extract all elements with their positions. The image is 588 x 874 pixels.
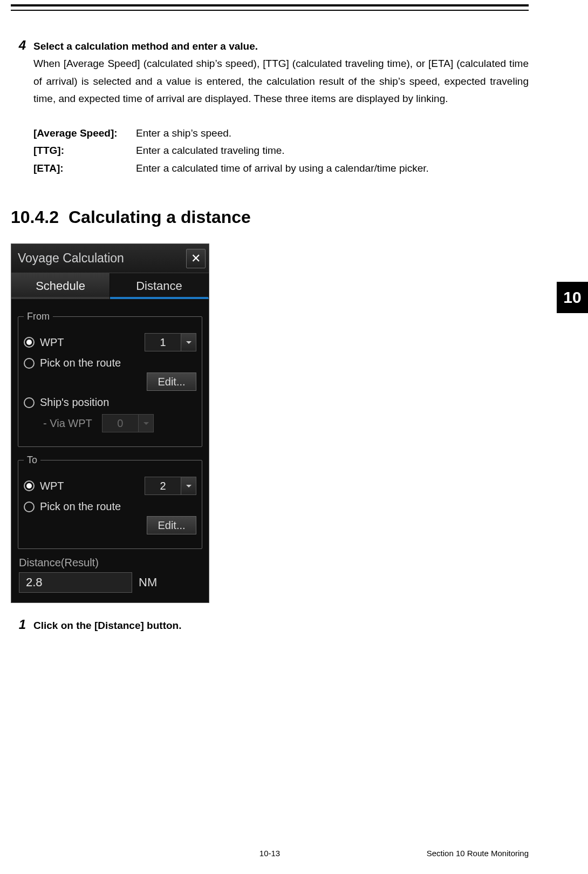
def-key-eta: [ETA]: bbox=[33, 160, 132, 177]
def-row-average-speed: [Average Speed]: Enter a ship’s speed. bbox=[33, 125, 529, 142]
from-via-value: 0 bbox=[102, 414, 139, 432]
top-divider bbox=[11, 4, 529, 11]
page-root: 4 Select a calculation method and enter … bbox=[0, 0, 588, 874]
radio-from-pick[interactable] bbox=[24, 358, 35, 369]
radio-to-wpt[interactable] bbox=[24, 480, 35, 491]
from-wpt-row: WPT 1 bbox=[24, 333, 196, 351]
def-val-eta: Enter a calculated time of arrival by us… bbox=[136, 160, 429, 177]
def-val-ttg: Enter a calculated traveling time. bbox=[136, 142, 285, 159]
dialog-tabs: Schedule Distance bbox=[11, 273, 209, 299]
from-edit-row: Edit... bbox=[24, 372, 196, 391]
chevron-down-icon[interactable] bbox=[181, 333, 196, 351]
group-from: From WPT 1 Pick on the route bbox=[18, 311, 202, 447]
radio-to-pick[interactable] bbox=[24, 502, 35, 512]
close-icon: ✕ bbox=[191, 253, 201, 265]
close-button[interactable]: ✕ bbox=[186, 249, 206, 268]
result-unit: NM bbox=[139, 575, 157, 590]
tab-schedule[interactable]: Schedule bbox=[11, 273, 110, 299]
from-via-row: - Via WPT 0 bbox=[24, 414, 196, 432]
step-4-body: Select a calculation method and enter a … bbox=[33, 38, 529, 107]
from-pick-row: Pick on the route bbox=[24, 357, 196, 369]
section-title: Calculating a distance bbox=[69, 207, 251, 227]
chapter-side-tab: 10 bbox=[557, 282, 588, 313]
to-edit-button[interactable]: Edit... bbox=[147, 516, 196, 534]
result-label: Distance(Result) bbox=[19, 557, 201, 569]
step-1: 1 Click on the [Distance] button. bbox=[11, 617, 529, 634]
from-via-spin: 0 bbox=[102, 414, 154, 432]
to-wpt-row: WPT 2 bbox=[24, 477, 196, 495]
step-1-number: 1 bbox=[11, 617, 26, 634]
radio-from-wpt[interactable] bbox=[24, 337, 35, 348]
step-1-body: Click on the [Distance] button. bbox=[33, 617, 529, 634]
voyage-calculation-dialog: Voyage Calculation ✕ Schedule Distance F… bbox=[11, 243, 209, 603]
result-row: Distance(Result) 2.8 NM bbox=[18, 557, 202, 593]
definition-list: [Average Speed]: Enter a ship’s speed. [… bbox=[33, 125, 529, 177]
section-number: 10.4.2 bbox=[11, 207, 59, 227]
def-row-eta: [ETA]: Enter a calculated time of arriva… bbox=[33, 160, 529, 177]
step-4-number: 4 bbox=[11, 38, 26, 107]
from-via-label: - Via WPT bbox=[43, 417, 92, 430]
from-edit-button[interactable]: Edit... bbox=[147, 372, 196, 391]
from-ship-label: Ship's position bbox=[40, 396, 109, 409]
chevron-down-icon[interactable] bbox=[181, 477, 196, 495]
def-key-average-speed: [Average Speed]: bbox=[33, 125, 132, 142]
group-from-legend: From bbox=[24, 311, 53, 322]
to-wpt-spin[interactable]: 2 bbox=[145, 477, 196, 495]
def-row-ttg: [TTG]: Enter a calculated traveling time… bbox=[33, 142, 529, 159]
def-val-average-speed: Enter a ship’s speed. bbox=[136, 125, 231, 142]
footer-page-number: 10-13 bbox=[259, 849, 280, 858]
from-pick-label: Pick on the route bbox=[40, 357, 121, 369]
dialog-panel: From WPT 1 Pick on the route bbox=[11, 299, 209, 602]
step-4-title: Select a calculation method and enter a … bbox=[33, 40, 258, 52]
group-to-legend: To bbox=[24, 455, 40, 466]
section-heading: 10.4.2Calculating a distance bbox=[11, 207, 529, 227]
step-4: 4 Select a calculation method and enter … bbox=[11, 38, 529, 107]
chevron-down-icon bbox=[139, 414, 154, 432]
main-content: 4 Select a calculation method and enter … bbox=[11, 38, 529, 645]
result-line: 2.8 NM bbox=[19, 572, 201, 593]
from-wpt-label: WPT bbox=[40, 336, 64, 349]
radio-from-ship[interactable] bbox=[24, 397, 35, 408]
to-wpt-label: WPT bbox=[40, 480, 64, 492]
to-pick-label: Pick on the route bbox=[40, 500, 121, 513]
to-pick-row: Pick on the route bbox=[24, 500, 196, 513]
to-wpt-value: 2 bbox=[145, 477, 181, 495]
footer-section: Section 10 Route Monitoring bbox=[427, 849, 529, 858]
def-key-ttg: [TTG]: bbox=[33, 142, 132, 159]
step-1-title: Click on the [Distance] button. bbox=[33, 620, 181, 631]
group-to: To WPT 2 Pick on the route bbox=[18, 455, 202, 549]
from-wpt-value: 1 bbox=[145, 333, 181, 351]
dialog-title: Voyage Calculation bbox=[18, 251, 124, 266]
step-4-desc: When [Average Speed] (calculated ship’s … bbox=[33, 58, 529, 104]
from-wpt-spin[interactable]: 1 bbox=[145, 333, 196, 351]
page-footer: 10-13 Section 10 Route Monitoring bbox=[11, 849, 529, 858]
result-value: 2.8 bbox=[19, 572, 132, 593]
tab-distance[interactable]: Distance bbox=[110, 273, 209, 299]
dialog-titlebar: Voyage Calculation ✕ bbox=[11, 244, 209, 273]
from-ship-row: Ship's position bbox=[24, 396, 196, 409]
to-edit-row: Edit... bbox=[24, 516, 196, 534]
